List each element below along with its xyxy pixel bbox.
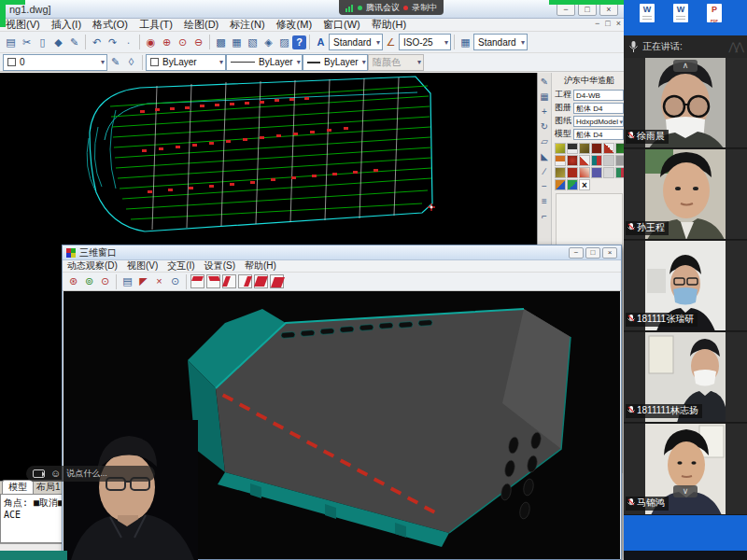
layer-manager-icon[interactable]: ▩	[213, 35, 229, 50]
zoom-window-icon[interactable]: ⊙	[175, 35, 190, 50]
make-layer-icon[interactable]: ✎	[107, 54, 123, 70]
menu-help[interactable]: 帮助(H)	[366, 18, 412, 32]
tool-icon[interactable]	[567, 167, 578, 178]
participant-tile[interactable]: 181111张瑞研	[624, 241, 747, 331]
linetype-combo[interactable]: ByLayer▾	[226, 54, 303, 71]
undo-icon[interactable]: ↶	[89, 35, 105, 50]
move-icon[interactable]: +	[542, 106, 547, 121]
edit-icon[interactable]: ✎	[66, 35, 82, 50]
view-iso-icon[interactable]	[254, 274, 268, 288]
menu-settings[interactable]: 设置(S)	[200, 259, 240, 273]
tool-icon[interactable]	[567, 179, 578, 190]
model-value[interactable]: 船体 D4	[573, 129, 624, 140]
menu-help3d[interactable]: 帮助(H)	[240, 259, 281, 273]
tool-icon[interactable]	[603, 167, 614, 178]
mdi-close-button[interactable]: ×	[616, 19, 621, 28]
new-icon[interactable]: ▯	[35, 35, 50, 50]
tool-icon[interactable]	[579, 167, 590, 178]
list-icon[interactable]: ▤	[120, 273, 135, 289]
tool-icon[interactable]	[567, 155, 578, 166]
grid-icon[interactable]: ▦	[540, 91, 548, 106]
chat-placeholder[interactable]: 说点什么...	[66, 468, 107, 480]
minimize-button[interactable]: −	[557, 3, 575, 16]
drawing-select[interactable]: HdxpdModel▾	[573, 116, 624, 127]
layer-previous-icon[interactable]: ◊	[123, 54, 139, 70]
view-right-icon[interactable]	[238, 274, 252, 288]
participant-tile[interactable]: ∨ 马锦鸿	[624, 424, 747, 515]
menu-orbit[interactable]: 动态观察(D)	[63, 259, 122, 273]
maximize-button[interactable]: □	[585, 247, 600, 259]
mdi-restore-button[interactable]: □	[605, 19, 610, 28]
tool-icon[interactable]	[555, 167, 566, 178]
designcenter-icon[interactable]: ▧	[245, 35, 261, 50]
corner-icon[interactable]: ⌐	[542, 211, 547, 226]
view-swiso-icon[interactable]	[270, 274, 284, 288]
flag-icon[interactable]: ◤	[135, 273, 151, 289]
menu-interact[interactable]: 交互(I)	[162, 259, 199, 273]
tool-icon[interactable]	[603, 155, 614, 166]
tool-icon[interactable]	[579, 143, 590, 154]
layer-combo[interactable]: 0▾	[3, 54, 107, 71]
presenter-webcam[interactable]	[65, 420, 198, 560]
cancel-icon[interactable]: ×	[151, 273, 167, 289]
view-front-icon[interactable]	[206, 274, 220, 288]
sketch-icon[interactable]: ✎	[541, 77, 548, 91]
table-style-combo[interactable]: Standard▾	[473, 34, 528, 50]
project-value[interactable]: D4-WB	[573, 90, 624, 101]
chat-quick-bar[interactable]: ☺ 说点什么...	[26, 466, 155, 482]
zoom-in-icon[interactable]: ⊕	[159, 35, 175, 50]
pan-icon[interactable]: ◉	[143, 35, 159, 50]
slant-icon[interactable]: ∕	[543, 166, 545, 181]
zoom3d-icon[interactable]: ⊙	[97, 273, 113, 289]
menu-draw[interactable]: 绘图(D)	[178, 18, 224, 32]
menu-insert[interactable]: 插入(I)	[46, 18, 87, 32]
open-icon[interactable]: ◆	[50, 35, 66, 50]
tool-icon[interactable]	[555, 143, 566, 154]
pdf-file-icon[interactable]: PPDF	[706, 4, 723, 35]
tool-icon[interactable]	[591, 143, 602, 154]
menu-view[interactable]: 视图(V)	[0, 18, 46, 32]
maximize-button[interactable]: □	[578, 3, 597, 16]
mdi-minimize-button[interactable]: −	[595, 19, 599, 28]
dim-style-combo[interactable]: ISO-25▾	[399, 34, 451, 50]
emoji-icon[interactable]: ☺	[50, 469, 61, 479]
view-top-icon[interactable]	[190, 274, 204, 288]
close-button[interactable]: ×	[602, 247, 617, 259]
stack-icon[interactable]: ≡	[542, 196, 547, 211]
point-icon[interactable]: ∙	[120, 35, 136, 50]
participant-tile[interactable]: 1811111林志扬	[624, 332, 747, 423]
word-file-icon[interactable]: W	[672, 4, 689, 35]
scroll-down-button[interactable]: ∨	[673, 485, 698, 497]
tool-icon[interactable]	[591, 167, 602, 178]
sheetset-icon[interactable]: ▨	[276, 35, 292, 50]
toolpalette-icon[interactable]: ◈	[261, 35, 276, 50]
plate-icon[interactable]: ▱	[541, 136, 548, 151]
close-button[interactable]: ×	[599, 3, 618, 16]
scroll-up-button[interactable]: ∧	[673, 60, 698, 72]
lineweight-combo[interactable]: ByLayer▾	[303, 54, 368, 71]
menu-tools[interactable]: 工具(T)	[134, 18, 178, 32]
tool-icon[interactable]	[567, 143, 578, 154]
orbit-icon[interactable]: ⊛	[65, 273, 81, 289]
wedge-icon[interactable]: ◣	[541, 151, 548, 166]
zoom-out-icon[interactable]: ⊖	[190, 35, 206, 50]
text-style-combo[interactable]: Standard▾	[329, 34, 383, 50]
album-value[interactable]: 船体 D4	[573, 103, 624, 114]
menu-modify[interactable]: 修改(M)	[271, 18, 318, 32]
tool-icon[interactable]	[579, 155, 590, 166]
menu-view3d[interactable]: 视图(V)	[122, 259, 162, 273]
find-icon[interactable]: ⊙	[167, 273, 183, 289]
view-left-icon[interactable]	[222, 274, 236, 288]
shade-icon[interactable]: ⊚	[81, 273, 97, 289]
properties-icon[interactable]: ▦	[229, 35, 245, 50]
rotate-icon[interactable]: ↻	[541, 121, 548, 136]
meeting-status-pill[interactable]: 腾讯会议 录制中	[339, 0, 444, 15]
help-icon[interactable]: ?	[292, 35, 306, 49]
viewer3d-titlebar[interactable]: 三维窗口 − □ ×	[63, 245, 621, 260]
minimize-button[interactable]: −	[569, 247, 584, 259]
tool-icon[interactable]	[555, 155, 566, 166]
tool-icon[interactable]	[591, 155, 602, 166]
minus-icon[interactable]: −	[542, 181, 547, 196]
menu-window[interactable]: 窗口(W)	[317, 18, 366, 32]
word-file-icon[interactable]: W	[639, 4, 655, 35]
